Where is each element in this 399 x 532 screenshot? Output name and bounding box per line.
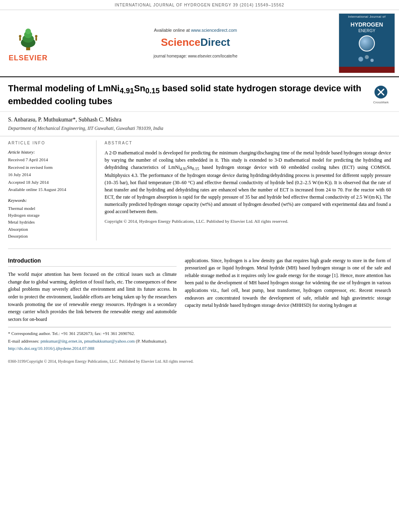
sciencedirect-link[interactable]: www.sciencedirect.com bbox=[191, 28, 237, 33]
keyword-5: Desorption bbox=[8, 233, 90, 239]
body-right-col: applications. Since, hydrogen is a low d… bbox=[185, 257, 391, 323]
received-date: Received 7 April 2014 bbox=[8, 157, 90, 163]
intro-left-text: The world major attention has been focus… bbox=[8, 271, 177, 323]
keyword-3: Metal hydrides bbox=[8, 219, 90, 225]
journal-homepage-line: journal homepage: www.elsevier.com/locat… bbox=[154, 53, 237, 59]
revised-date: 16 July 2014 bbox=[8, 172, 90, 178]
direct-part: Direct bbox=[200, 36, 230, 48]
corresponding-author-note: * Corresponding author. Tel.: +91 361 25… bbox=[8, 331, 391, 337]
hydrogen-label: HYDROGEN bbox=[351, 22, 383, 28]
available-online-date: Available online 15 August 2014 bbox=[8, 187, 90, 193]
elsevier-wordmark: ELSEVIER bbox=[8, 53, 47, 63]
authors-affiliation: Department of Mechanical Engineering, II… bbox=[8, 125, 391, 132]
journal-cover-box: International Journal of HYDROGEN ENERGY bbox=[339, 13, 395, 73]
body-section: Introduction The world major attention h… bbox=[0, 253, 399, 327]
intro-right-text: applications. Since, hydrogen is a low d… bbox=[185, 257, 391, 309]
science-part: Science bbox=[161, 36, 200, 48]
authors-section: S. Anbarasu, P. Muthukumar*, Subhash C. … bbox=[0, 112, 399, 136]
body-left-col: Introduction The world major attention h… bbox=[8, 257, 177, 323]
accepted-date: Accepted 18 July 2014 bbox=[8, 179, 90, 185]
header-section: ELSEVIER Available online at www.science… bbox=[0, 10, 399, 77]
svg-point-10 bbox=[365, 55, 369, 59]
svg-point-9 bbox=[358, 57, 363, 62]
introduction-heading: Introduction bbox=[8, 257, 177, 267]
article-info-label: ARTICLE INFO bbox=[8, 140, 90, 146]
journal-box-middle: HYDROGEN ENERGY bbox=[339, 20, 395, 66]
center-header: Available online at www.sciencedirect.co… bbox=[56, 13, 335, 73]
email-link-2[interactable]: pmuthukkumar@yahoo.com bbox=[84, 339, 135, 343]
article-info-column: ARTICLE INFO Article history: Received 7… bbox=[8, 140, 97, 240]
article-info-abstract-section: ARTICLE INFO Article history: Received 7… bbox=[0, 136, 399, 244]
keywords-block: Keywords: Thermal model Hydrogen storage… bbox=[8, 197, 90, 239]
crossmark-container: CrossMark bbox=[371, 85, 391, 105]
keyword-4: Absorption bbox=[8, 226, 90, 232]
sciencedirect-brand: ScienceDirect bbox=[161, 35, 230, 49]
issn-bar: 0360-3199/Copyright © 2014, Hydrogen Ene… bbox=[0, 356, 399, 367]
journal-globe-icon bbox=[359, 35, 375, 51]
article-history-block: Article history: Received 7 April 2014 R… bbox=[8, 149, 90, 193]
svg-point-11 bbox=[370, 59, 374, 62]
email-link-1[interactable]: pmkumar@iitg.ernet.in bbox=[41, 339, 82, 343]
energy-label: ENERGY bbox=[358, 28, 375, 34]
journal-top-bar: INTERNATIONAL JOURNAL OF HYDROGEN ENERGY… bbox=[0, 0, 399, 10]
journal-citation: INTERNATIONAL JOURNAL OF HYDROGEN ENERGY… bbox=[115, 3, 284, 7]
copyright-line: Copyright © 2014, Hydrogen Energy Public… bbox=[105, 218, 391, 224]
svg-point-7 bbox=[35, 35, 37, 37]
abstract-label: ABSTRACT bbox=[105, 140, 391, 146]
elsevier-tree-icon bbox=[12, 23, 44, 51]
revised-label: Received in revised form bbox=[8, 164, 90, 170]
abstract-column: ABSTRACT A 2-D mathematical model is dev… bbox=[105, 140, 391, 240]
email-note: E-mail addresses: pmkumar@iitg.ernet.in,… bbox=[8, 338, 391, 344]
authors-names: S. Anbarasu, P. Muthukumar*, Subhash C. … bbox=[8, 116, 391, 124]
abstract-text: A 2-D mathematical model is developed fo… bbox=[105, 149, 391, 215]
elsevier-logo: ELSEVIER bbox=[4, 13, 52, 73]
journal-box-accent-bar bbox=[339, 67, 395, 73]
svg-rect-6 bbox=[19, 37, 21, 41]
article-title: Thermal modeling of LmNi4.91Sn0.15 based… bbox=[8, 83, 367, 107]
section-divider-1 bbox=[8, 249, 391, 249]
keyword-1: Thermal model bbox=[8, 205, 90, 212]
crossmark-label: CrossMark bbox=[373, 100, 389, 105]
history-label: Article history: bbox=[8, 149, 90, 155]
title-section: Thermal modeling of LmNi4.91Sn0.15 based… bbox=[0, 77, 399, 112]
available-online-label: Available online at www.sciencedirect.co… bbox=[154, 27, 237, 33]
svg-point-5 bbox=[19, 35, 21, 37]
journal-decoration-icon bbox=[357, 53, 377, 65]
keywords-label: Keywords: bbox=[8, 197, 90, 203]
footnotes-section: * Corresponding author. Tel.: +91 361 25… bbox=[8, 327, 391, 356]
journal-box-top-text: International Journal of bbox=[339, 14, 395, 20]
svg-point-4 bbox=[25, 29, 31, 34]
crossmark-icon bbox=[374, 85, 388, 99]
keyword-2: Hydrogen storage bbox=[8, 212, 90, 218]
doi-url[interactable]: http://dx.doi.org/10.1016/j.ijhydene.201… bbox=[8, 346, 95, 351]
svg-rect-8 bbox=[35, 37, 37, 41]
doi-link: http://dx.doi.org/10.1016/j.ijhydene.201… bbox=[8, 345, 391, 351]
